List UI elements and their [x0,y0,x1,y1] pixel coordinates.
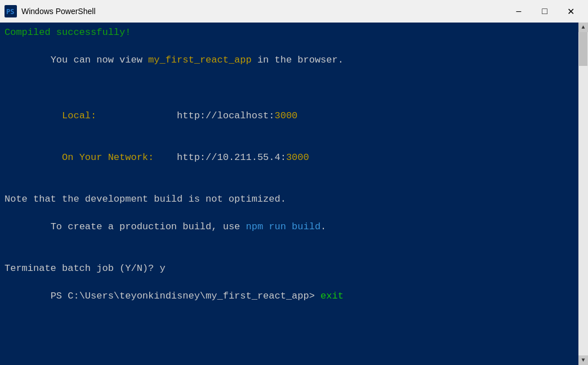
production-build-line: To create a production build, use npm ru… [5,206,574,248]
production-text-post: . [320,221,326,232]
terminate-line: Terminate batch job (Y/N)? y [5,262,574,276]
scrollbar-thumb[interactable] [579,32,587,66]
content-area: Compiled successfully! You can now view … [0,23,588,365]
npm-run-build-cmd: npm run build [246,221,320,232]
maximize-button[interactable]: □ [532,0,558,23]
prompt-line: PS C:\Users\teyonkindisney\my_first_reac… [5,276,574,318]
powershell-window: PS Windows PowerShell – □ ✕ Compiled suc… [0,0,588,365]
network-url-line: On Your Network: http://10.211.55.4:3000 [5,137,574,179]
compiled-line: Compiled successfully! [5,26,574,40]
scrollbar-track[interactable] [578,32,588,355]
view-text-post: in the browser. [252,55,344,65]
titlebar: PS Windows PowerShell – □ ✕ [0,0,588,23]
svg-text:PS: PS [6,8,14,16]
app-name: my_first_react_app [148,55,252,65]
network-url-pre: http://10.211.55.4: [177,152,286,163]
local-url-pre: http://localhost: [177,110,274,121]
terminal-output[interactable]: Compiled successfully! You can now view … [0,23,578,365]
network-port: 3000 [286,152,309,163]
scroll-up-button[interactable]: ▲ [578,23,588,32]
scrollbar: ▲ ▼ [578,23,588,365]
powershell-icon: PS [5,5,17,17]
empty-line-2 [5,179,574,193]
window-controls: – □ ✕ [506,0,583,23]
network-label: On Your Network: [51,152,177,163]
scroll-down-button[interactable]: ▼ [578,355,588,365]
minimize-button[interactable]: – [506,0,532,23]
close-button[interactable]: ✕ [558,0,583,23]
window-title: Windows PowerShell [21,7,506,16]
empty-line-3 [5,248,574,262]
note-line: Note that the development build is not o… [5,193,574,207]
view-line: You can now view my_first_react_app in t… [5,40,574,82]
local-url-line: Local: http://localhost:3000 [5,95,574,137]
exit-command: exit [320,291,344,301]
view-text-pre: You can now view [51,55,148,65]
production-text-pre: To create a production build, use [51,221,246,232]
local-port: 3000 [275,110,298,121]
empty-line-1 [5,82,574,96]
local-label: Local: [51,110,177,121]
ps-prompt: PS C:\Users\teyonkindisney\my_first_reac… [51,291,320,301]
